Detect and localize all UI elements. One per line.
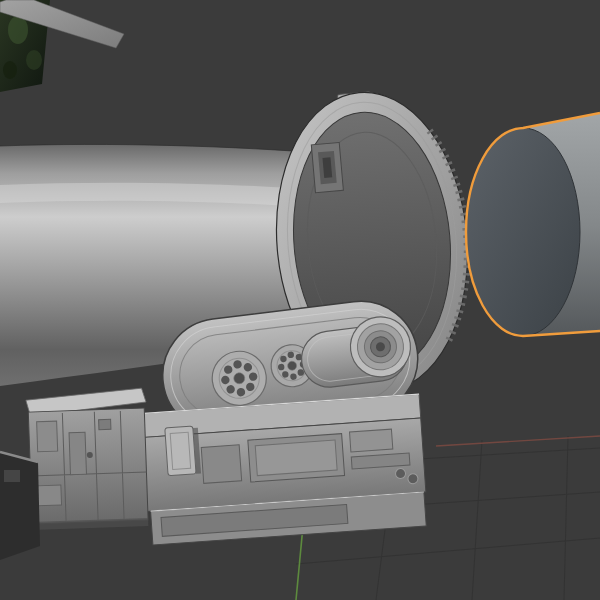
viewport[interactable] [0, 0, 600, 600]
wedge-face [0, 452, 40, 560]
box-inset [37, 485, 62, 506]
backdrop-texture-blotch [8, 16, 28, 44]
backdrop-texture-blotch [26, 50, 42, 70]
box-inset [37, 421, 58, 452]
panel-inset-inner [255, 440, 337, 476]
vent-hole [408, 473, 419, 484]
panel-inset-right [350, 429, 393, 452]
backdrop-texture-blotch [3, 61, 17, 79]
panel-assembly-mesh[interactable] [114, 394, 428, 547]
viewport-canvas[interactable] [0, 0, 600, 600]
wedge-inset [4, 470, 20, 482]
panel-inset-left [201, 445, 241, 484]
panel-tab [165, 426, 196, 476]
box-inset [69, 432, 86, 475]
dark-wedge-mesh[interactable] [0, 452, 40, 560]
box-notch [99, 419, 111, 429]
left-box-mesh[interactable] [26, 388, 151, 530]
vent-hole [395, 468, 406, 479]
